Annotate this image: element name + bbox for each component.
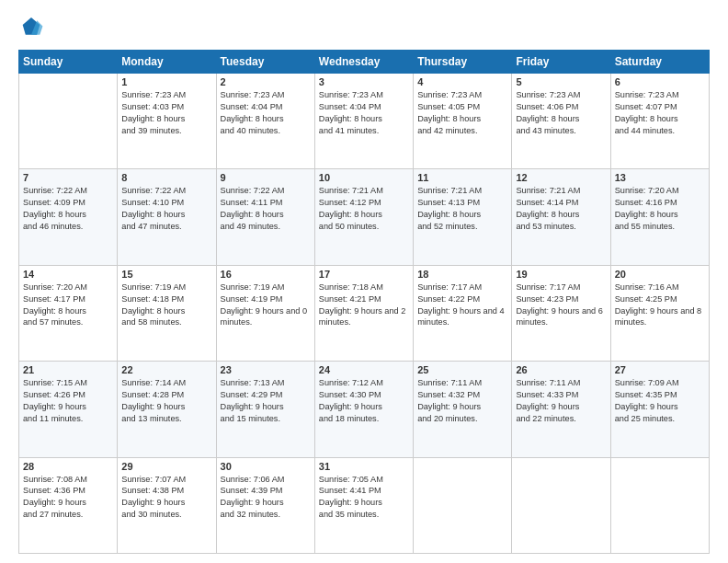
calendar-cell: 10 Sunrise: 7:21 AM Sunset: 4:12 PM Dayl… bbox=[314, 169, 413, 265]
logo bbox=[18, 15, 48, 40]
calendar-table: SundayMondayTuesdayWednesdayThursdayFrid… bbox=[18, 50, 710, 554]
calendar-cell: 8 Sunrise: 7:22 AM Sunset: 4:10 PM Dayli… bbox=[118, 169, 216, 265]
calendar-cell: 19 Sunrise: 7:17 AM Sunset: 4:23 PM Dayl… bbox=[512, 265, 610, 361]
day-info: Sunrise: 7:13 AM Sunset: 4:29 PM Dayligh… bbox=[221, 377, 311, 425]
day-info: Sunrise: 7:22 AM Sunset: 4:09 PM Dayligh… bbox=[23, 185, 113, 233]
day-info: Sunrise: 7:23 AM Sunset: 4:06 PM Dayligh… bbox=[516, 89, 606, 137]
day-info: Sunrise: 7:12 AM Sunset: 4:30 PM Dayligh… bbox=[319, 377, 409, 425]
day-number: 25 bbox=[417, 364, 507, 375]
day-info: Sunrise: 7:11 AM Sunset: 4:32 PM Dayligh… bbox=[417, 377, 507, 425]
calendar-week-row: 1 Sunrise: 7:23 AM Sunset: 4:03 PM Dayli… bbox=[19, 74, 710, 169]
calendar-week-row: 7 Sunrise: 7:22 AM Sunset: 4:09 PM Dayli… bbox=[19, 169, 710, 265]
calendar-cell: 17 Sunrise: 7:18 AM Sunset: 4:21 PM Dayl… bbox=[314, 265, 413, 361]
day-info: Sunrise: 7:17 AM Sunset: 4:23 PM Dayligh… bbox=[516, 282, 606, 329]
day-info: Sunrise: 7:07 AM Sunset: 4:38 PM Dayligh… bbox=[121, 474, 211, 522]
day-info: Sunrise: 7:16 AM Sunset: 4:25 PM Dayligh… bbox=[615, 282, 705, 329]
day-number: 22 bbox=[121, 364, 211, 375]
day-info: Sunrise: 7:22 AM Sunset: 4:11 PM Dayligh… bbox=[221, 185, 311, 233]
day-info: Sunrise: 7:20 AM Sunset: 4:16 PM Dayligh… bbox=[615, 185, 705, 233]
day-number: 8 bbox=[121, 172, 211, 183]
calendar-cell: 29 Sunrise: 7:07 AM Sunset: 4:38 PM Dayl… bbox=[118, 457, 216, 553]
calendar-cell: 6 Sunrise: 7:23 AM Sunset: 4:07 PM Dayli… bbox=[610, 74, 709, 169]
day-info: Sunrise: 7:08 AM Sunset: 4:36 PM Dayligh… bbox=[23, 474, 113, 522]
calendar-cell: 20 Sunrise: 7:16 AM Sunset: 4:25 PM Dayl… bbox=[610, 265, 709, 361]
day-number: 14 bbox=[23, 269, 113, 280]
day-number: 20 bbox=[615, 269, 705, 280]
calendar-cell bbox=[414, 457, 512, 553]
day-info: Sunrise: 7:19 AM Sunset: 4:19 PM Dayligh… bbox=[221, 282, 311, 329]
weekday-header-friday: Friday bbox=[512, 51, 610, 74]
day-number: 13 bbox=[615, 172, 705, 183]
day-info: Sunrise: 7:17 AM Sunset: 4:22 PM Dayligh… bbox=[417, 282, 507, 329]
calendar-cell: 9 Sunrise: 7:22 AM Sunset: 4:11 PM Dayli… bbox=[216, 169, 314, 265]
day-info: Sunrise: 7:23 AM Sunset: 4:04 PM Dayligh… bbox=[221, 89, 311, 137]
day-info: Sunrise: 7:23 AM Sunset: 4:04 PM Dayligh… bbox=[319, 89, 409, 137]
day-info: Sunrise: 7:23 AM Sunset: 4:05 PM Dayligh… bbox=[417, 89, 507, 137]
calendar-cell: 2 Sunrise: 7:23 AM Sunset: 4:04 PM Dayli… bbox=[216, 74, 314, 169]
day-info: Sunrise: 7:23 AM Sunset: 4:07 PM Dayligh… bbox=[615, 89, 705, 137]
day-info: Sunrise: 7:21 AM Sunset: 4:14 PM Dayligh… bbox=[516, 185, 606, 233]
calendar-cell: 24 Sunrise: 7:12 AM Sunset: 4:30 PM Dayl… bbox=[314, 362, 413, 457]
day-number: 16 bbox=[221, 269, 311, 280]
calendar-cell: 31 Sunrise: 7:05 AM Sunset: 4:41 PM Dayl… bbox=[314, 457, 413, 553]
calendar-cell: 12 Sunrise: 7:21 AM Sunset: 4:14 PM Dayl… bbox=[512, 169, 610, 265]
calendar-cell: 25 Sunrise: 7:11 AM Sunset: 4:32 PM Dayl… bbox=[414, 362, 512, 457]
header bbox=[18, 15, 710, 40]
calendar-cell: 27 Sunrise: 7:09 AM Sunset: 4:35 PM Dayl… bbox=[610, 362, 709, 457]
calendar-week-row: 14 Sunrise: 7:20 AM Sunset: 4:17 PM Dayl… bbox=[19, 265, 710, 361]
calendar-cell: 28 Sunrise: 7:08 AM Sunset: 4:36 PM Dayl… bbox=[19, 457, 118, 553]
day-number: 18 bbox=[417, 269, 507, 280]
day-number: 4 bbox=[417, 76, 507, 87]
day-number: 15 bbox=[121, 269, 211, 280]
logo-icon bbox=[18, 15, 44, 40]
day-number: 29 bbox=[121, 461, 211, 472]
calendar-cell: 23 Sunrise: 7:13 AM Sunset: 4:29 PM Dayl… bbox=[216, 362, 314, 457]
day-info: Sunrise: 7:09 AM Sunset: 4:35 PM Dayligh… bbox=[615, 377, 705, 425]
day-number: 24 bbox=[319, 364, 409, 375]
day-number: 19 bbox=[516, 269, 606, 280]
day-info: Sunrise: 7:05 AM Sunset: 4:41 PM Dayligh… bbox=[319, 474, 409, 522]
calendar-cell: 11 Sunrise: 7:21 AM Sunset: 4:13 PM Dayl… bbox=[414, 169, 512, 265]
day-number: 21 bbox=[23, 364, 113, 375]
day-info: Sunrise: 7:21 AM Sunset: 4:12 PM Dayligh… bbox=[319, 185, 409, 233]
day-number: 26 bbox=[516, 364, 606, 375]
day-info: Sunrise: 7:23 AM Sunset: 4:03 PM Dayligh… bbox=[121, 89, 211, 137]
day-number: 7 bbox=[23, 172, 113, 183]
day-number: 9 bbox=[221, 172, 311, 183]
weekday-header-monday: Monday bbox=[118, 51, 216, 74]
calendar-cell bbox=[512, 457, 610, 553]
day-number: 3 bbox=[319, 76, 409, 87]
day-number: 5 bbox=[516, 76, 606, 87]
day-number: 27 bbox=[615, 364, 705, 375]
calendar-cell: 14 Sunrise: 7:20 AM Sunset: 4:17 PM Dayl… bbox=[19, 265, 118, 361]
day-info: Sunrise: 7:18 AM Sunset: 4:21 PM Dayligh… bbox=[319, 282, 409, 329]
calendar-cell: 16 Sunrise: 7:19 AM Sunset: 4:19 PM Dayl… bbox=[216, 265, 314, 361]
weekday-header-sunday: Sunday bbox=[19, 51, 118, 74]
calendar-cell: 22 Sunrise: 7:14 AM Sunset: 4:28 PM Dayl… bbox=[118, 362, 216, 457]
day-info: Sunrise: 7:21 AM Sunset: 4:13 PM Dayligh… bbox=[417, 185, 507, 233]
day-number: 10 bbox=[319, 172, 409, 183]
calendar-cell bbox=[610, 457, 709, 553]
calendar-cell: 4 Sunrise: 7:23 AM Sunset: 4:05 PM Dayli… bbox=[414, 74, 512, 169]
day-info: Sunrise: 7:19 AM Sunset: 4:18 PM Dayligh… bbox=[121, 282, 211, 329]
calendar-cell: 1 Sunrise: 7:23 AM Sunset: 4:03 PM Dayli… bbox=[118, 74, 216, 169]
day-number: 30 bbox=[221, 461, 311, 472]
calendar-cell: 26 Sunrise: 7:11 AM Sunset: 4:33 PM Dayl… bbox=[512, 362, 610, 457]
day-number: 23 bbox=[221, 364, 311, 375]
day-info: Sunrise: 7:06 AM Sunset: 4:39 PM Dayligh… bbox=[221, 474, 311, 522]
calendar-cell: 15 Sunrise: 7:19 AM Sunset: 4:18 PM Dayl… bbox=[118, 265, 216, 361]
calendar-cell: 3 Sunrise: 7:23 AM Sunset: 4:04 PM Dayli… bbox=[314, 74, 413, 169]
day-info: Sunrise: 7:20 AM Sunset: 4:17 PM Dayligh… bbox=[23, 282, 113, 329]
weekday-header-wednesday: Wednesday bbox=[314, 51, 413, 74]
day-number: 2 bbox=[221, 76, 311, 87]
day-info: Sunrise: 7:22 AM Sunset: 4:10 PM Dayligh… bbox=[121, 185, 211, 233]
page: SundayMondayTuesdayWednesdayThursdayFrid… bbox=[0, 0, 728, 563]
calendar-cell: 21 Sunrise: 7:15 AM Sunset: 4:26 PM Dayl… bbox=[19, 362, 118, 457]
calendar-cell: 18 Sunrise: 7:17 AM Sunset: 4:22 PM Dayl… bbox=[414, 265, 512, 361]
calendar-week-row: 21 Sunrise: 7:15 AM Sunset: 4:26 PM Dayl… bbox=[19, 362, 710, 457]
calendar-cell bbox=[19, 74, 118, 169]
weekday-header-tuesday: Tuesday bbox=[216, 51, 314, 74]
calendar-cell: 13 Sunrise: 7:20 AM Sunset: 4:16 PM Dayl… bbox=[610, 169, 709, 265]
day-info: Sunrise: 7:14 AM Sunset: 4:28 PM Dayligh… bbox=[121, 377, 211, 425]
weekday-header-thursday: Thursday bbox=[414, 51, 512, 74]
